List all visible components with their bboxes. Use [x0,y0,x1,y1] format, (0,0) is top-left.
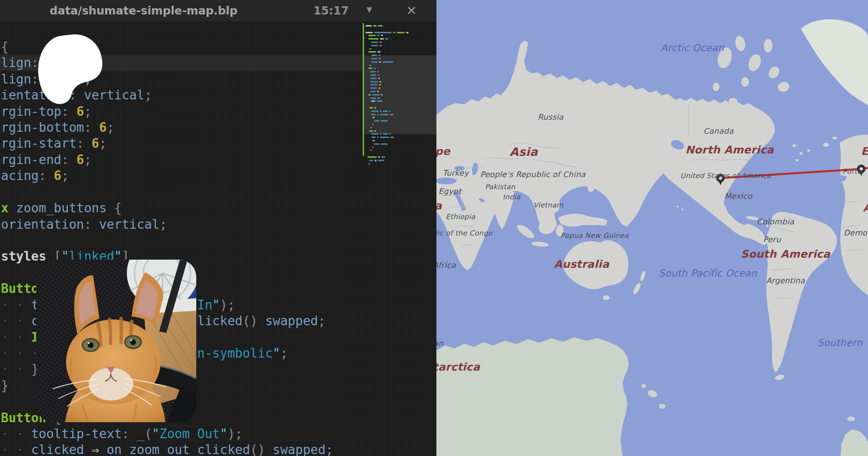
code-token: ; [318,314,326,328]
minimap-segment [370,87,377,89]
code-token: zoom_buttons [16,201,107,215]
minimap-segment [377,114,379,115]
minimap-line [371,61,393,63]
minimap-segment [374,32,392,33]
close-icon[interactable]: × [406,2,417,17]
code-token: ; [144,88,152,102]
minimap-line [371,111,391,112]
minimap-line [368,35,383,36]
minimap-segment [368,51,376,53]
minimap-segment [383,111,388,112]
code-token: clicked [31,442,84,456]
code-token: ; [326,442,333,456]
editor-minimap[interactable] [363,22,436,186]
code-token: " [212,298,220,312]
code-line[interactable]: · · tooltip-text: _("Zoom Out"); [1,426,243,442]
minimap-segment [389,111,391,112]
map-canvas[interactable] [436,0,868,456]
minimap-segment [385,38,388,40]
code-token: rgin-end [1,152,61,167]
code-token: 6 [54,168,62,183]
minimap-line [374,120,388,122]
code-token: ; [84,152,92,167]
minimap-segment [368,94,371,96]
minimap-line [370,97,380,99]
minimap-segment [383,133,388,135]
minimap-line [370,84,381,85]
minimap-line [372,147,374,148]
code-token: ); [220,298,235,312]
code-token: () [250,442,265,456]
app-window: {lign: lign: start;ientation: vertical;r… [0,0,868,456]
minimap-segment [374,68,376,69]
minimap-segment [380,111,381,112]
code-line[interactable]: orientation: vertical; [1,216,167,233]
minimap-line [370,127,372,128]
minimap-segment [373,25,377,27]
minimap-segment [372,140,375,141]
minimap-segment [397,32,405,33]
code-token: : [61,152,76,167]
minimap-line [372,124,374,125]
code-line[interactable]: x zoom_buttons { [1,200,122,216]
code-token: : [84,120,99,135]
minimap-line [370,150,372,151]
code-token: ); [228,427,243,441]
code-token: } [1,378,9,393]
code-token: 6 [77,152,84,167]
code-token: tooltip-text [31,427,122,441]
minimap-line [369,160,384,161]
minimap-line [369,65,371,66]
minimap-segment [370,84,378,85]
code-line[interactable]: } [1,377,9,394]
minimap-segment [371,61,378,63]
code-line[interactable]: acing: 6; [1,167,69,184]
minimap-segment [378,78,380,79]
code-token: swapped [258,314,318,328]
minimap-segment [369,160,373,161]
minimap-segment [369,65,371,66]
minimap-line [374,143,388,145]
code-token [9,201,16,215]
code-token: : [84,217,99,232]
minimap-segment [379,55,380,56]
code-editor-pane[interactable]: {lign: lign: start;ientation: vertical;r… [0,0,436,456]
minimap-segment [366,32,373,33]
code-token: on_zoom_out_clicked [107,442,250,456]
world-map[interactable]: Arctic OceanRussiaAsiaEuropeEuropeAfrica… [436,0,868,456]
file-title: data/shumate-simple-map.blp [50,4,238,17]
minimap-segment [368,163,370,165]
minimap-segment [368,38,379,40]
minimap-segment [380,45,382,46]
minimap-segment [380,81,381,83]
code-token: { [107,201,122,215]
minimap-segment [371,137,376,138]
minimap-segment [372,94,380,96]
minimap-segment [380,114,389,115]
code-token: 6 [99,120,107,135]
minimap-line [369,107,376,109]
code-line[interactable]: rgin-start: 6; [1,135,107,152]
cat-photo-art [36,260,196,422]
minimap-segment [371,111,379,112]
code-token: x [1,201,9,215]
minimap-line [372,140,375,141]
chevron-down-icon[interactable]: ▼ [366,5,372,14]
code-token: rgin-bottom [1,120,84,135]
minimap-segment [378,25,382,27]
minimap-line [370,74,379,76]
code-token: " [273,346,281,360]
code-line[interactable]: · · } [1,361,39,377]
minimap-line [368,94,382,96]
code-token: styles [1,249,46,263]
minimap-line [366,25,382,27]
minimap-segment [372,147,374,148]
minimap-segment [377,137,379,138]
code-token: () [243,314,258,328]
code-line[interactable]: · · clicked ⇒ on_zoom_out_clicked() swap… [1,442,333,456]
minimap-segment [368,35,376,36]
minimap-segment [378,51,380,53]
code-token: ⇒ [84,442,107,456]
code-line[interactable]: rgin-bottom: 6; [1,119,114,136]
code-line[interactable]: rgin-end: 6; [1,152,92,168]
